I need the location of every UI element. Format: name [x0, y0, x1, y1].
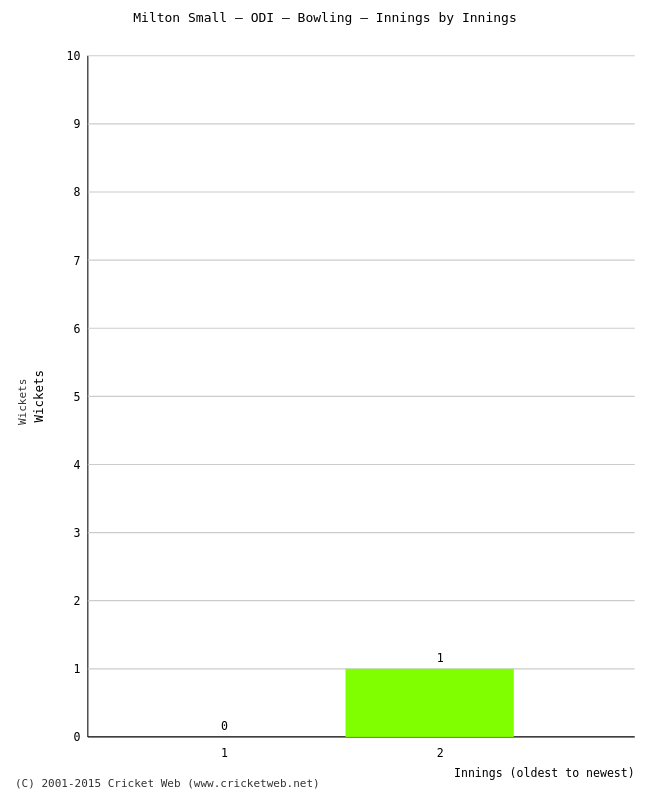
y-tick-0: 0: [74, 730, 81, 745]
chart-area: Wickets 0 1: [10, 33, 640, 771]
x-axis-title: Innings (oldest to newest): [454, 765, 635, 780]
chart-svg: 0 1 2 3 4 5 6 7: [30, 33, 640, 771]
y-tick-10: 10: [67, 49, 81, 64]
y-axis-text: Wickets: [32, 370, 45, 423]
y-tick-6: 6: [74, 321, 81, 336]
y-tick-8: 8: [74, 185, 81, 200]
chart-title: Milton Small — ODI — Bowling — Innings b…: [133, 10, 517, 25]
bar2-rect: [346, 669, 514, 737]
copyright: (C) 2001-2015 Cricket Web (www.cricketwe…: [10, 777, 320, 790]
y-tick-2: 2: [74, 594, 81, 609]
y-tick-5: 5: [74, 389, 81, 404]
bar2-value-label: 1: [437, 651, 444, 666]
chart-inner: 0 1 2 3 4 5 6 7: [30, 33, 640, 771]
y-tick-9: 9: [74, 117, 81, 132]
bar1-x-label: 1: [221, 746, 228, 761]
chart-wrapper: Milton Small — ODI — Bowling — Innings b…: [0, 0, 650, 800]
bar1-value-label: 0: [221, 719, 228, 734]
bar2-x-label: 2: [437, 746, 444, 761]
y-axis-label: Wickets: [10, 33, 30, 771]
y-tick-3: 3: [74, 526, 81, 541]
y-tick-4: 4: [74, 458, 81, 473]
y-tick-1: 1: [74, 662, 81, 677]
y-tick-7: 7: [74, 253, 81, 268]
